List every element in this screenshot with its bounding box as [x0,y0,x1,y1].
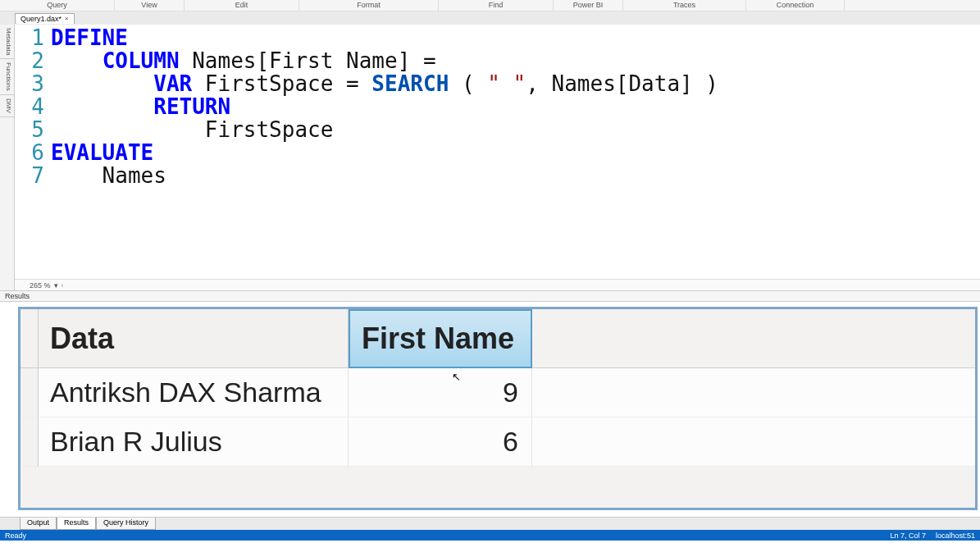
code-line[interactable]: COLUMN Names[First Name] = [51,49,980,72]
tab-title: Query1.dax* [21,15,62,23]
bottom-tab-query-history[interactable]: Query History [96,518,156,530]
column-header-first-name[interactable]: First Name [349,309,532,368]
menu-find[interactable]: Find [439,0,554,11]
close-icon[interactable]: × [65,15,69,22]
results-label: Results [5,292,30,300]
code-editor[interactable]: 1234567 DEFINE COLUMN Names[First Name] … [15,25,980,279]
status-connection: localhost:51 [936,531,975,540]
column-header-data[interactable]: Data [39,309,349,368]
menu-query[interactable]: Query [0,0,115,11]
line-number: 2 [15,49,44,72]
cell-data[interactable]: Brian R Julius [39,417,349,467]
sidebar-tab-metadata[interactable]: Metadata [0,25,14,59]
results-panel: Data First Name Antriksh DAX Sharma9Bria… [0,302,980,517]
cell-first-name[interactable]: 6 [349,417,532,467]
cell-empty [532,417,975,467]
line-gutter: 1234567 [15,25,49,279]
chevron-down-icon[interactable]: ▾ [54,281,58,290]
grid-header-empty [532,309,975,368]
menu-power-bi[interactable]: Power BI [554,0,623,11]
line-number: 7 [15,164,44,187]
code-line[interactable]: DEFINE [51,26,980,49]
menu-bar: QueryViewEditFormatFindPower BITracesCon… [0,0,980,11]
grid-header-row: Data First Name [21,309,975,368]
column-header-label: Data [50,322,114,356]
bottom-tab-output[interactable]: Output [20,518,57,530]
zoom-bar: 265 % ▾ ‹ [15,279,980,290]
bottom-tab-bar: OutputResultsQuery History [0,517,980,530]
line-number: 5 [15,118,44,141]
code-line[interactable]: EVALUATE [51,141,980,164]
zoom-value[interactable]: 265 % [30,281,51,290]
document-tab[interactable]: Query1.dax* × [15,13,75,24]
line-number: 1 [15,26,44,49]
line-number: 3 [15,72,44,95]
code-line[interactable]: VAR FirstSpace = SEARCH ( " ", Names[Dat… [51,72,980,95]
menu-format[interactable]: Format [299,0,439,11]
sidebar-tab-functions[interactable]: Functions [0,59,14,95]
code-line[interactable]: RETURN [51,95,980,118]
code-line[interactable]: FirstSpace [51,118,980,141]
left-sidebar-tabs: MetadataFunctionsDMV [0,25,15,290]
results-grid[interactable]: Data First Name Antriksh DAX Sharma9Bria… [18,307,978,510]
status-bar: Ready Ln 7, Col 7 localhost:51 [0,530,980,541]
row-header[interactable] [21,368,39,417]
cell-data[interactable]: Antriksh DAX Sharma [39,368,349,417]
code-line[interactable]: Names [51,164,980,187]
menu-traces[interactable]: Traces [623,0,746,11]
menu-edit[interactable]: Edit [185,0,299,11]
document-tab-bar: Query1.dax* × [0,11,980,25]
code-content[interactable]: DEFINE COLUMN Names[First Name] = VAR Fi… [49,25,980,279]
line-number: 6 [15,141,44,164]
zoom-scroll-thumb[interactable]: ‹ [62,281,64,290]
row-header[interactable] [21,417,39,467]
grid-corner[interactable] [21,309,39,368]
menu-connection[interactable]: Connection [746,0,845,11]
column-header-label: First Name [362,322,514,356]
status-ready: Ready [5,531,26,540]
menu-view[interactable]: View [115,0,185,11]
bottom-tab-results[interactable]: Results [57,518,96,530]
cell-empty [532,368,975,417]
status-caret-position: Ln 7, Col 7 [890,531,926,540]
table-row[interactable]: Brian R Julius6 [21,417,975,467]
sidebar-tab-dmv[interactable]: DMV [0,95,14,117]
table-row[interactable]: Antriksh DAX Sharma9 [21,368,975,417]
line-number: 4 [15,95,44,118]
cell-first-name[interactable]: 9 [349,368,532,417]
editor-area: MetadataFunctionsDMV 1234567 DEFINE COLU… [0,25,980,290]
results-panel-header: Results [0,290,980,302]
